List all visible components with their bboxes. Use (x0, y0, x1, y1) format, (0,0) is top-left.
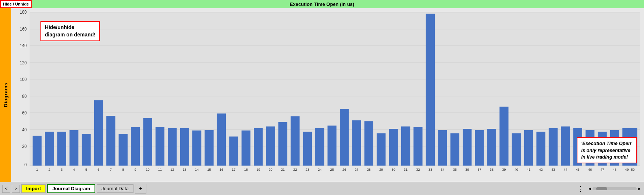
svg-rect-39 (143, 118, 152, 166)
svg-text:5: 5 (85, 167, 87, 171)
svg-rect-25 (57, 132, 66, 166)
svg-rect-61 (278, 122, 287, 166)
svg-text:23: 23 (306, 167, 309, 171)
svg-text:31: 31 (404, 167, 408, 171)
svg-text:19: 19 (256, 167, 260, 171)
scroll-right-button[interactable]: ► (637, 186, 642, 191)
more-options-button[interactable]: ⋮ (575, 185, 586, 193)
svg-rect-51 (217, 113, 226, 166)
svg-text:20: 20 (22, 143, 26, 149)
svg-text:37: 37 (477, 167, 481, 171)
svg-rect-33 (106, 116, 115, 166)
svg-rect-91 (463, 129, 472, 166)
svg-text:12: 12 (170, 167, 174, 171)
svg-rect-105 (549, 128, 558, 166)
svg-text:60: 60 (22, 110, 26, 115)
svg-text:22: 22 (293, 167, 297, 171)
sidebar-label: Diagrams (3, 82, 8, 107)
import-button[interactable]: Import (21, 184, 46, 193)
svg-text:20: 20 (269, 167, 273, 171)
svg-text:15: 15 (207, 167, 211, 171)
svg-text:7: 7 (110, 167, 112, 171)
svg-rect-75 (364, 121, 373, 166)
svg-text:120: 120 (20, 60, 27, 65)
svg-text:160: 160 (20, 26, 27, 32)
svg-rect-45 (180, 128, 189, 166)
scroll-thumb[interactable] (596, 187, 607, 190)
svg-text:49: 49 (625, 167, 629, 171)
scroll-track (593, 187, 637, 190)
svg-text:45: 45 (576, 167, 580, 171)
tooltip-hide-unhide: Hide/unhidediagram on demand! (40, 21, 100, 41)
svg-text:16: 16 (220, 167, 223, 171)
svg-rect-23 (45, 132, 54, 166)
add-tab-button[interactable]: + (135, 184, 146, 194)
svg-rect-21 (33, 136, 42, 166)
svg-rect-35 (119, 134, 128, 166)
svg-rect-43 (168, 128, 177, 166)
svg-rect-27 (70, 130, 78, 166)
svg-rect-31 (94, 100, 103, 166)
bottom-bar: < > Import Journal Diagram Journal Data … (0, 182, 644, 195)
tab-journal-data[interactable]: Journal Data (97, 184, 134, 193)
svg-text:50: 50 (631, 167, 635, 171)
top-bar: Hide / Unhide Execution Time Open (in us… (0, 0, 644, 8)
svg-text:36: 36 (465, 167, 469, 171)
svg-rect-83 (413, 127, 422, 166)
svg-text:21: 21 (281, 167, 285, 171)
svg-text:2: 2 (49, 167, 50, 171)
svg-text:100: 100 (20, 77, 27, 82)
chart-area: Hide/unhidediagram on demand! 'Execution… (11, 8, 644, 182)
svg-text:26: 26 (342, 167, 346, 171)
svg-rect-79 (389, 129, 398, 166)
svg-text:41: 41 (527, 167, 530, 171)
svg-rect-85 (426, 14, 435, 166)
svg-rect-69 (328, 125, 337, 166)
tab-journal-diagram[interactable]: Journal Diagram (47, 184, 95, 193)
svg-rect-65 (303, 132, 312, 166)
svg-rect-37 (131, 127, 140, 166)
tooltip-exec-text: 'Execution Time Open'is only representat… (581, 141, 632, 159)
main-container: Hide / Unhide Execution Time Open (in us… (0, 0, 644, 195)
svg-rect-53 (229, 136, 238, 166)
svg-text:28: 28 (367, 167, 371, 171)
svg-rect-89 (451, 133, 459, 166)
svg-rect-97 (499, 107, 508, 166)
svg-rect-101 (524, 130, 533, 166)
svg-text:13: 13 (183, 167, 186, 171)
svg-rect-67 (315, 128, 324, 166)
svg-text:33: 33 (428, 167, 432, 171)
svg-text:35: 35 (453, 167, 457, 171)
svg-text:3: 3 (61, 167, 63, 171)
tooltip-execution-time: 'Execution Time Open'is only representat… (577, 137, 637, 163)
svg-text:140: 140 (20, 43, 27, 48)
svg-text:24: 24 (318, 167, 321, 171)
svg-text:48: 48 (613, 167, 616, 171)
svg-text:39: 39 (502, 167, 506, 171)
svg-text:34: 34 (441, 167, 444, 171)
svg-text:10: 10 (146, 167, 149, 171)
svg-text:1: 1 (36, 167, 38, 171)
middle-section: Diagrams Hide/unhidediagram on demand! '… (0, 8, 644, 182)
svg-text:11: 11 (158, 167, 162, 171)
hide-unhide-button[interactable]: Hide / Unhide (0, 0, 32, 8)
svg-rect-49 (204, 130, 213, 166)
svg-rect-81 (401, 127, 410, 166)
scroll-area: ◄ ► (587, 186, 642, 191)
svg-rect-71 (340, 109, 349, 166)
bar-chart: 180 160 140 120 100 80 60 40 20 0 1 2 (11, 8, 644, 182)
svg-text:32: 32 (416, 167, 420, 171)
svg-text:8: 8 (122, 167, 124, 171)
nav-next-button[interactable]: > (12, 185, 20, 193)
svg-text:46: 46 (588, 167, 592, 171)
svg-rect-57 (254, 128, 263, 166)
svg-text:44: 44 (563, 167, 567, 171)
svg-text:42: 42 (539, 167, 543, 171)
svg-text:14: 14 (195, 167, 199, 171)
scroll-left-button[interactable]: ◄ (587, 186, 592, 191)
svg-rect-103 (536, 132, 545, 166)
svg-text:180: 180 (20, 10, 27, 15)
sidebar: Diagrams (0, 8, 11, 182)
nav-prev-button[interactable]: < (2, 185, 10, 193)
svg-text:4: 4 (73, 167, 75, 171)
